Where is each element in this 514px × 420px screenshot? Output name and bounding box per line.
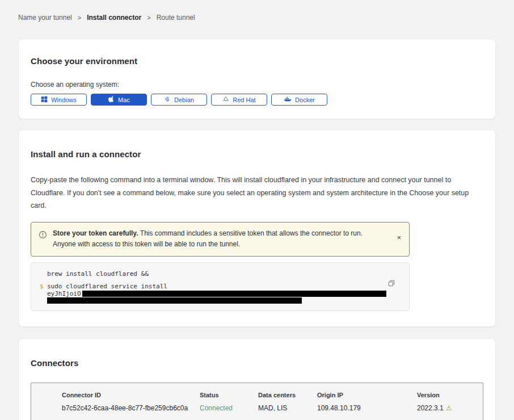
breadcrumb-install-connector[interactable]: Install connector <box>87 14 141 22</box>
code-text: brew install cloudflared && <box>47 270 149 278</box>
redhat-icon <box>222 96 229 104</box>
os-button-debian[interactable]: Debian <box>151 94 207 106</box>
copy-icon[interactable] <box>386 278 397 290</box>
os-button-label: Docker <box>295 96 315 103</box>
install-card-description: Copy-paste the following command into a … <box>31 174 479 212</box>
windows-icon <box>41 96 48 104</box>
breadcrumb-route-tunnel[interactable]: Route tunnel <box>157 14 195 22</box>
debian-icon <box>164 96 171 104</box>
code-text: sudo cloudflared service install <box>47 283 167 290</box>
connector-id-value: b7c52c42-6caa-48ee-8c77-fbe259cb6c0a <box>62 404 200 412</box>
apple-icon <box>108 95 115 104</box>
table-row: b7c52c42-6caa-48ee-8c77-fbe259cb6c0a Con… <box>62 404 477 412</box>
os-button-docker[interactable]: Docker <box>271 94 327 106</box>
breadcrumb-separator: > <box>78 14 81 21</box>
status-badge: Connected <box>200 404 258 412</box>
connectors-card-title: Connectors <box>31 358 483 368</box>
column-header-version: Version <box>417 392 477 398</box>
version-warning-icon[interactable]: ⚠ <box>446 404 452 412</box>
warning-text: Store your token carefully. This command… <box>53 228 390 251</box>
shell-prompt: $ <box>40 283 47 290</box>
choose-environment-card: Choose your environment Choose an operat… <box>18 39 496 119</box>
connectors-table-header: Connector ID Status Data centers Origin … <box>62 392 477 398</box>
os-button-windows[interactable]: Windows <box>31 94 87 106</box>
code-line-token: eyJhIjoiO <box>40 290 386 297</box>
docker-icon <box>284 96 292 104</box>
version-value: 2022.3.1 ⚠ <box>417 404 477 412</box>
os-button-label: Red Hat <box>233 96 255 103</box>
breadcrumb-name-your-tunnel[interactable]: Name your tunnel <box>18 14 72 22</box>
tunnel-setup-page: Name your tunnel > Install connector > R… <box>0 0 514 420</box>
connectors-card: Connectors Connector ID Status Data cent… <box>18 338 496 420</box>
token-prefix: eyJhIjoiO <box>47 290 81 297</box>
os-button-label: Windows <box>51 96 77 103</box>
os-button-label: Mac <box>118 96 130 103</box>
version-number: 2022.3.1 <box>417 404 444 412</box>
token-warning-banner: Store your token carefully. This command… <box>31 222 410 257</box>
origin-ip-value: 109.48.10.179 <box>317 404 417 412</box>
breadcrumb-separator: > <box>147 14 150 21</box>
install-card-title: Install and run a connector <box>31 149 479 159</box>
breadcrumb: Name your tunnel > Install connector > R… <box>18 0 496 22</box>
os-button-label: Debian <box>174 96 194 103</box>
connectors-table: Connector ID Status Data centers Origin … <box>31 383 483 420</box>
install-command-code-block[interactable]: brew install cloudflared && $ sudo cloud… <box>31 262 410 311</box>
os-button-mac[interactable]: Mac <box>91 94 147 106</box>
column-header-status: Status <box>200 392 258 398</box>
data-centers-value: MAD, LIS <box>258 404 317 412</box>
column-header-origin-ip: Origin IP <box>317 392 417 398</box>
column-header-data-centers: Data centers <box>258 392 317 398</box>
code-line-token <box>40 297 386 304</box>
close-icon[interactable]: × <box>395 232 402 243</box>
install-connector-card: Install and run a connector Copy-paste t… <box>18 129 496 327</box>
code-line: $ sudo cloudflared service install <box>40 283 386 290</box>
column-header-connector-id: Connector ID <box>62 392 200 398</box>
os-button-row: Windows Mac Debian Red Hat Docker <box>31 94 483 106</box>
token-redaction-bar <box>47 297 302 304</box>
os-button-redhat[interactable]: Red Hat <box>211 94 267 106</box>
token-redaction-bar <box>82 291 386 297</box>
operating-system-label: Choose an operating system: <box>31 81 483 89</box>
environment-card-title: Choose your environment <box>31 56 483 66</box>
alert-circle-icon <box>39 230 47 241</box>
code-line: brew install cloudflared && <box>40 270 386 278</box>
warning-title: Store your token carefully. <box>53 229 140 237</box>
